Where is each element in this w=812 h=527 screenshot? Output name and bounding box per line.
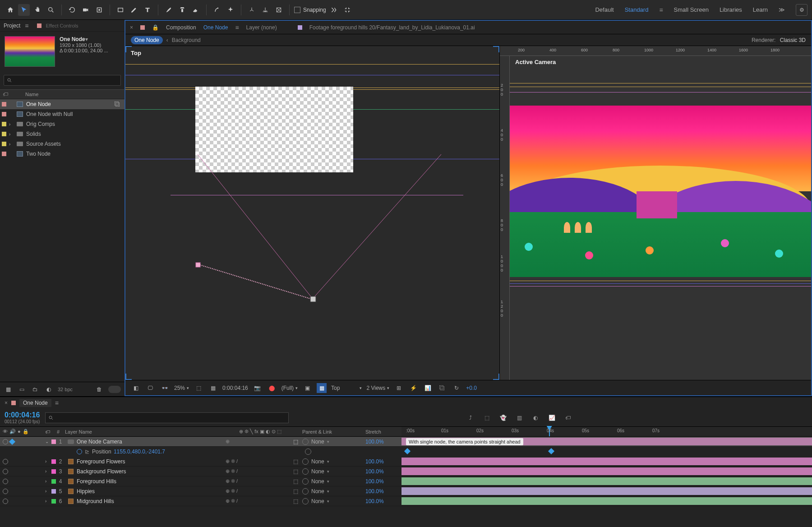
timeline-tab[interactable]: One Node <box>19 399 51 407</box>
layer-switches[interactable]: ⊕ ❊ / <box>226 498 289 504</box>
layer-color-swatch[interactable] <box>51 469 56 474</box>
workspace-overflow-icon[interactable]: ≫ <box>779 6 785 13</box>
axis-view-icon[interactable] <box>273 4 285 16</box>
label-color-swatch[interactable] <box>2 152 6 156</box>
comp-thumbnail[interactable] <box>5 36 55 67</box>
pickwhip-icon[interactable] <box>302 488 309 495</box>
camera-tool-icon[interactable] <box>80 4 92 16</box>
flowchart-mini-icon[interactable]: ⿻ <box>115 101 120 107</box>
lock-col-icon[interactable]: 🔒 <box>23 429 29 435</box>
zoom-tool-icon[interactable] <box>45 4 57 16</box>
layer-marker[interactable]: With single node, the camera points stra… <box>406 438 523 445</box>
timeline-layer-row[interactable]: › 5 Hippies ⊕ ❊ / ⬚ None ▾ 100.0% <box>0 486 812 496</box>
layer-name[interactable]: Foreground Hills <box>77 478 226 485</box>
name-column-header[interactable]: Name <box>25 92 38 97</box>
snapshot-icon[interactable]: 📷 <box>253 383 263 393</box>
stretch-column-header[interactable]: Stretch <box>365 429 401 435</box>
type-tool-icon[interactable] <box>142 4 153 16</box>
puppet-tool-icon[interactable] <box>225 4 236 16</box>
visibility-toggle-icon[interactable] <box>3 439 8 444</box>
3d-cube-icon[interactable]: ⬚ <box>289 488 302 495</box>
layer-name[interactable]: One Node Camera <box>77 439 226 445</box>
label-col-icon[interactable]: 🏷 <box>45 429 51 435</box>
axis-local-icon[interactable] <box>246 4 258 16</box>
layer-name[interactable]: Background Flowers <box>77 468 226 475</box>
marker-icon[interactable]: 🏷 <box>563 413 573 423</box>
twirl-icon[interactable]: › <box>9 142 14 147</box>
close-timeline-tab-icon[interactable]: × <box>5 400 8 406</box>
viewer-camera-view[interactable]: 20040060080010001200140016001800 200 400… <box>500 46 811 380</box>
workspace-libraries[interactable]: Libraries <box>720 6 742 13</box>
timeline-layer-row[interactable]: ⌄ 1 One Node Camera ⊕ ⬚ None ▾ 100.0% Wi… <box>0 437 812 447</box>
viewer-top-view[interactable]: Top <box>125 46 500 380</box>
new-comp-icon[interactable]: ▭ <box>17 385 26 394</box>
3d-cube-icon[interactable]: ⬚ <box>289 458 302 465</box>
3d-cube-icon[interactable]: ⬚ <box>289 498 302 504</box>
visibility-toggle-icon[interactable] <box>3 469 8 474</box>
view-layout-dropdown[interactable]: Top ▾ <box>331 385 362 391</box>
effect-controls-tab[interactable]: Effect Controls <box>46 23 78 28</box>
snap-edge-icon[interactable] <box>328 4 340 16</box>
project-item[interactable]: Two Node <box>0 149 125 159</box>
layer-duration-bar[interactable]: With single node, the camera points stra… <box>401 438 812 445</box>
layer-color-swatch[interactable] <box>51 439 56 444</box>
stretch-value[interactable]: 100.0% <box>365 498 401 504</box>
layer-duration-bar[interactable] <box>401 477 812 485</box>
visibility-toggle-icon[interactable] <box>3 479 8 484</box>
viewer-time-display[interactable]: 0:00:04:16 <box>222 385 248 391</box>
project-search-input[interactable] <box>4 75 121 86</box>
interpret-footage-icon[interactable]: ▦ <box>4 385 13 394</box>
layer-switches[interactable]: ⊕ <box>226 439 289 444</box>
layer-duration-bar[interactable] <box>401 487 812 495</box>
pickwhip-icon[interactable] <box>302 478 309 485</box>
draft-3d-icon[interactable]: ⬚ <box>482 413 492 423</box>
visibility-toggle-icon[interactable] <box>3 489 8 494</box>
timeline-ruler[interactable]: :00s01s02s03s04s05s06s07s <box>401 427 812 436</box>
switches-column-header[interactable]: ⊕ ❊ ╲ fx ▣ ◐ ⊙ ⬚ <box>239 429 302 435</box>
layer-twirl-icon[interactable]: › <box>45 459 51 464</box>
chevron-left-icon[interactable]: ‹ <box>166 37 168 43</box>
color-depth-icon[interactable]: ◐ <box>44 385 53 394</box>
breadcrumb-prev[interactable]: Background <box>172 37 201 43</box>
label-color-swatch[interactable] <box>2 122 6 126</box>
parent-dropdown[interactable]: None <box>311 458 324 465</box>
new-folder-icon[interactable]: 🗀 <box>31 385 40 394</box>
comp-mini-flowchart-icon[interactable]: ⤴ <box>466 413 475 423</box>
visibility-toggle-icon[interactable] <box>3 499 8 504</box>
frame-blend-icon[interactable]: ▥ <box>514 413 524 423</box>
pickwhip-icon[interactable] <box>302 468 309 475</box>
layer-color-swatch[interactable] <box>51 499 56 504</box>
layer-twirl-icon[interactable]: › <box>45 489 51 494</box>
snap-corner-icon[interactable] <box>341 4 353 16</box>
clone-tool-icon[interactable] <box>176 4 188 16</box>
roto-tool-icon[interactable] <box>211 4 223 16</box>
layer-twirl-icon[interactable]: › <box>45 499 51 504</box>
project-tab[interactable]: Project <box>4 23 20 29</box>
graph-editor-icon[interactable]: 📈 <box>547 413 557 423</box>
fast-preview-icon[interactable]: ⚡ <box>408 383 418 393</box>
guides-toggle-icon[interactable]: ▣ <box>302 383 312 393</box>
mask-toggle-icon[interactable]: ▦ <box>317 383 327 393</box>
video-col-icon[interactable]: 👁 <box>3 429 8 435</box>
parent-column-header[interactable]: Parent & Link <box>302 429 365 435</box>
keyframe-icon[interactable] <box>548 448 554 454</box>
brush-tool-icon[interactable] <box>163 4 175 16</box>
label-color-swatch[interactable] <box>2 142 6 146</box>
pickwhip-icon[interactable] <box>302 458 309 465</box>
keyframe-nav-diamond-icon[interactable] <box>9 438 15 444</box>
twirl-icon[interactable]: › <box>9 132 14 137</box>
layer-name[interactable]: Foreground Flowers <box>77 458 226 465</box>
stretch-value[interactable]: 100.0% <box>365 478 401 485</box>
view-count-dropdown[interactable]: 2 Views ▾ <box>366 385 389 391</box>
layer-twirl-icon[interactable]: ⌄ <box>45 439 51 444</box>
breadcrumb-current[interactable]: One Node <box>131 36 163 44</box>
exposure-value[interactable]: +0.0 <box>466 385 477 391</box>
tag-icon[interactable]: 🏷 <box>3 91 8 97</box>
layer-twirl-icon[interactable]: › <box>45 479 51 484</box>
pan-behind-tool-icon[interactable] <box>93 4 105 16</box>
stretch-value[interactable]: 100.0% <box>365 488 401 495</box>
roi-icon[interactable]: ⬚ <box>194 383 203 393</box>
layer-switches[interactable]: ⊕ ❊ / <box>226 468 289 474</box>
alpha-icon[interactable]: ◧ <box>131 383 141 393</box>
timeline-layer-row[interactable]: › 6 Midground Hills ⊕ ❊ / ⬚ None ▾ 100.0… <box>0 496 812 506</box>
